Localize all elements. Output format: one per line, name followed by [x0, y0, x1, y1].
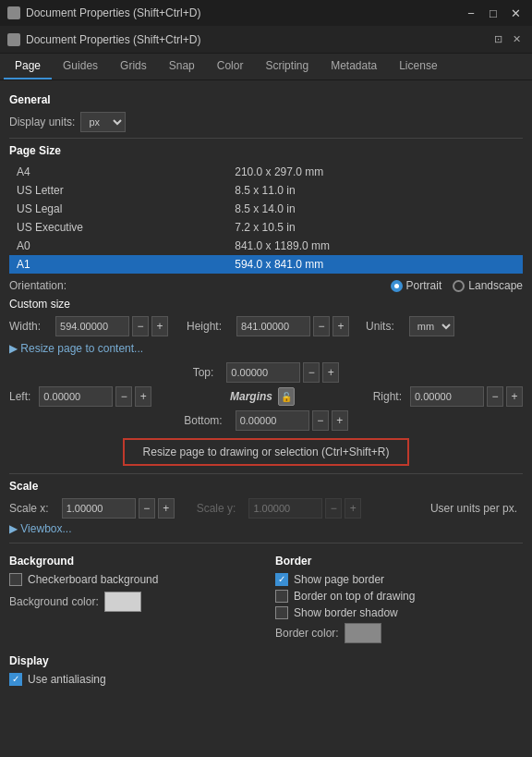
bottom-margin-increment[interactable]: + [332, 410, 348, 431]
tab-metadata[interactable]: Metadata [320, 54, 388, 79]
right-margin-decrement[interactable]: − [487, 386, 503, 407]
page-size-dims: 594.0 x 841.0 mm [229, 255, 523, 274]
bg-color-swatch[interactable] [104, 592, 141, 612]
orientation-row: Orientation: Portrait Landscape [9, 279, 523, 292]
checkerboard-row: Checkerboard background [9, 573, 257, 586]
right-margin-increment[interactable]: + [506, 386, 523, 407]
portrait-label: Portrait [406, 279, 442, 292]
page-size-row[interactable]: A4 210.0 x 297.0 mm [9, 163, 523, 181]
portrait-radio[interactable] [391, 280, 403, 292]
show-border-shadow-checkbox[interactable] [275, 606, 288, 619]
scale-x-increment[interactable]: + [158, 498, 175, 519]
checkerboard-checkbox[interactable] [9, 573, 22, 586]
width-input[interactable] [55, 316, 129, 336]
top-margin-input-group: − + [226, 362, 339, 383]
page-size-row[interactable]: US Letter 8.5 x 11.0 in [9, 181, 523, 200]
orientation-label: Orientation: [9, 279, 66, 292]
custom-size-row: Width: − + Height: − + Units: mm px in [9, 316, 523, 336]
maximize-button[interactable]: □ [484, 4, 502, 22]
display-units-label: Display units: [9, 116, 75, 128]
tab-guides[interactable]: Guides [52, 54, 109, 79]
resize-page-button[interactable]: Resize page to drawing or selection (Ctr… [123, 438, 410, 466]
height-input[interactable] [236, 316, 310, 336]
divider-2 [9, 473, 523, 474]
resize-to-content-link[interactable]: ▶ Resize page to content... [9, 342, 523, 355]
show-page-border-row: Show page border [275, 573, 523, 586]
page-size-dims: 210.0 x 297.0 mm [229, 163, 523, 181]
scale-x-input[interactable] [62, 498, 136, 519]
title-bar-text: Document Properties (Shift+Ctrl+D) [26, 6, 462, 19]
tab-snap[interactable]: Snap [158, 54, 206, 79]
scale-x-input-group: − + [62, 498, 175, 519]
width-decrement[interactable]: − [132, 316, 149, 336]
left-margin-input[interactable] [39, 386, 113, 407]
left-margin-increment[interactable]: + [135, 386, 151, 407]
height-decrement[interactable]: − [313, 316, 330, 336]
page-size-row[interactable]: US Executive 7.2 x 10.5 in [9, 218, 523, 237]
top-margin-decrement[interactable]: − [303, 362, 320, 383]
right-margin-input[interactable] [410, 386, 484, 407]
width-label: Width: [9, 320, 41, 333]
border-color-swatch[interactable] [345, 623, 381, 643]
page-size-row[interactable]: A1 594.0 x 841.0 mm [9, 255, 523, 274]
border-col: Border Show page border Border on top of… [275, 549, 523, 647]
antialiasing-row: Use antialiasing [9, 673, 523, 686]
units-select[interactable]: mm px in [409, 316, 454, 336]
minimize-button[interactable]: − [462, 4, 480, 22]
width-input-group: − + [55, 316, 168, 336]
margins-lock-group: Margins 🔓 [230, 387, 295, 406]
scale-y-input-group: − + [248, 498, 361, 519]
show-page-border-checkbox[interactable] [275, 573, 288, 586]
tab-scripting[interactable]: Scripting [254, 54, 320, 79]
bottom-margin-input[interactable] [236, 410, 309, 431]
antialiasing-checkbox[interactable] [9, 673, 22, 686]
show-border-shadow-row: Show border shadow [275, 606, 523, 619]
toolbar-icon [7, 33, 20, 46]
tab-license[interactable]: License [388, 54, 448, 79]
close-button[interactable]: ✕ [506, 4, 525, 22]
tab-grids[interactable]: Grids [109, 54, 158, 79]
scale-y-label: Scale y: [197, 502, 236, 515]
portrait-option[interactable]: Portrait [391, 279, 442, 292]
top-margin-increment[interactable]: + [322, 362, 339, 383]
general-section-label: General [9, 93, 523, 106]
checkerboard-label: Checkerboard background [28, 573, 158, 586]
width-increment[interactable]: + [151, 316, 168, 336]
height-increment[interactable]: + [332, 316, 349, 336]
units-label: Units: [366, 320, 394, 333]
toolbar-title: Document Properties (Shift+Ctrl+D) [26, 33, 200, 46]
page-size-name: US Executive [9, 218, 229, 237]
top-margin-input[interactable] [226, 362, 300, 383]
scale-section-label: Scale [9, 480, 523, 493]
scale-y-input[interactable] [248, 498, 322, 519]
left-margin-decrement[interactable]: − [115, 386, 132, 407]
divider-1 [9, 138, 523, 139]
left-margin-group: Left: − + [9, 386, 151, 407]
toolbar-close-button[interactable]: ✕ [508, 31, 525, 48]
border-label: Border [275, 555, 523, 568]
landscape-option[interactable]: Landscape [453, 279, 523, 292]
bg-color-row: Background color: [9, 592, 257, 612]
page-size-row[interactable]: US Legal 8.5 x 14.0 in [9, 200, 523, 218]
toolbar-win-buttons: ⊡ ✕ [490, 31, 525, 48]
border-on-top-checkbox[interactable] [275, 590, 288, 603]
viewbox-link[interactable]: ▶ Viewbox... [9, 522, 523, 535]
page-size-section-label: Page Size [9, 144, 523, 157]
scale-y-decrement: − [325, 498, 342, 519]
display-units-select[interactable]: px mm in [80, 112, 126, 132]
bottom-margin-decrement[interactable]: − [312, 410, 329, 431]
toolbar-resize-button[interactable]: ⊡ [490, 31, 506, 48]
lock-icon[interactable]: 🔓 [278, 387, 295, 406]
page-size-dims: 7.2 x 10.5 in [229, 218, 523, 237]
scale-x-decrement[interactable]: − [139, 498, 155, 519]
tab-color[interactable]: Color [206, 54, 255, 79]
tab-page[interactable]: Page [4, 54, 52, 79]
top-margin-label: Top: [193, 366, 214, 379]
tab-bar: Page Guides Grids Snap Color Scripting M… [0, 54, 532, 80]
border-on-top-row: Border on top of drawing [275, 590, 523, 603]
custom-size-label: Custom size [9, 298, 523, 311]
show-page-border-label: Show page border [294, 573, 384, 586]
page-size-row[interactable]: A0 841.0 x 1189.0 mm [9, 237, 523, 255]
landscape-radio[interactable] [453, 280, 465, 292]
display-section: Display Use antialiasing [9, 654, 523, 686]
